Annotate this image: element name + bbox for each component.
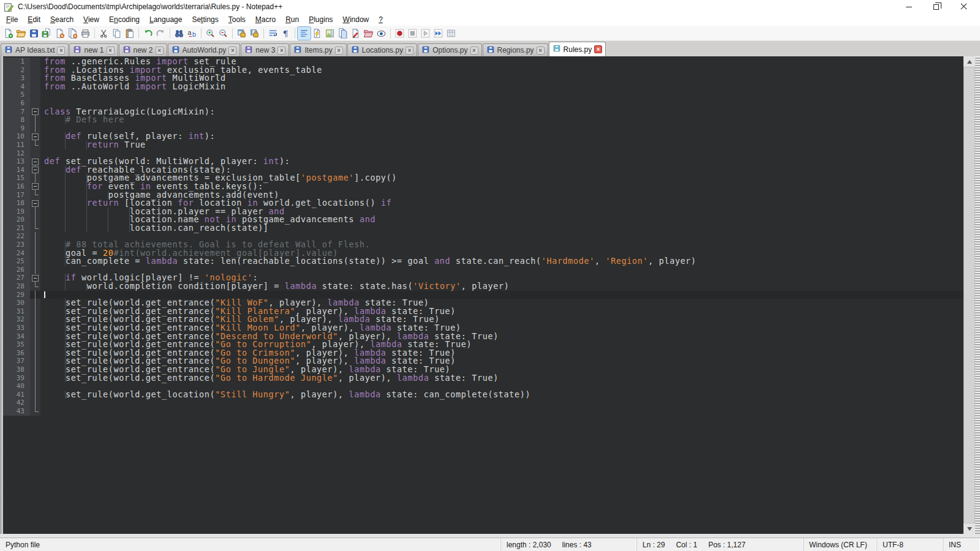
tab-regions-py[interactable]: Regions.py× [483, 43, 548, 56]
code-line-7[interactable]: 7class TerrariaLogic(LogicMixin): [3, 108, 963, 116]
status-insert-mode[interactable]: INS [943, 538, 980, 551]
status-eol-format[interactable]: Windows (CR LF) [804, 538, 877, 551]
code-line-41[interactable]: 41set_rule(world.get_location("Still Hun… [3, 391, 963, 399]
menu-item-tools[interactable]: Tools [224, 13, 251, 26]
zoom-in-icon[interactable] [204, 27, 217, 40]
tab-close-icon[interactable]: × [335, 47, 343, 54]
paste-icon[interactable] [123, 27, 136, 40]
editor[interactable]: 1from ..generic.Rules import set_rule2fr… [0, 56, 980, 538]
tab-new-3[interactable]: new 3× [241, 43, 289, 56]
tab-close-icon[interactable]: × [156, 47, 164, 54]
fold-collapse-icon[interactable] [30, 157, 40, 166]
minimize-button[interactable] [895, 0, 922, 13]
code-line-8[interactable]: 8# Defs here [3, 116, 963, 124]
code-line-21[interactable]: 21location.can_reach(state)] [3, 224, 963, 233]
macro-run-multiple-icon[interactable] [432, 27, 445, 40]
tab-close-icon[interactable]: × [277, 47, 285, 54]
code-line-4[interactable]: 4from ..AutoWorld import LogicMixin [3, 83, 963, 91]
code-line-5[interactable]: 5 [3, 91, 963, 99]
menu-item-run[interactable]: Run [281, 13, 304, 26]
tab-close-icon[interactable]: × [594, 45, 602, 53]
macro-save-icon[interactable] [445, 27, 458, 40]
tab-close-icon[interactable]: × [57, 47, 65, 54]
document-map-icon[interactable] [323, 27, 336, 40]
vertical-scrollbar[interactable] [963, 56, 975, 534]
scrollbar-thumb[interactable] [963, 67, 975, 523]
save-file-icon[interactable] [28, 27, 40, 40]
tab-close-icon[interactable]: × [228, 47, 236, 54]
line-number: 21 [3, 224, 30, 233]
menu-item-?[interactable]: ? [374, 13, 388, 26]
menu-item-view[interactable]: View [78, 13, 104, 26]
tab-ap-ideas-txt[interactable]: AP Ideas.txt× [1, 43, 69, 56]
tab-close-icon[interactable]: × [470, 47, 478, 54]
cut-icon[interactable] [97, 27, 110, 40]
tab-new-1[interactable]: new 1× [69, 43, 118, 56]
code-line-43[interactable]: 43 [3, 407, 963, 416]
menu-item-search[interactable]: Search [45, 13, 78, 26]
code-text [40, 399, 963, 407]
code-line-42[interactable]: 42 [3, 399, 963, 407]
close-button[interactable] [950, 0, 978, 13]
scroll-up-arrow-icon[interactable] [963, 56, 975, 67]
replace-icon[interactable]: ab [186, 27, 198, 40]
code-line-28[interactable]: 28world.completion_condition[player] = l… [3, 282, 963, 291]
file-monitoring-icon[interactable] [375, 27, 388, 40]
fold-collapse-icon[interactable] [30, 274, 40, 282]
menu-item-encoding[interactable]: Encoding [104, 13, 145, 26]
menu-item-language[interactable]: Language [145, 13, 187, 26]
fold-collapse-icon[interactable] [30, 182, 40, 191]
code-line-10[interactable]: 10def rule(self, player: int): [3, 132, 963, 141]
user-defined-language-icon[interactable] [311, 27, 323, 40]
fold-collapse-icon[interactable] [30, 199, 40, 208]
menu-item-plugins[interactable]: Plugins [304, 13, 337, 26]
tab-locations-py[interactable]: Locations.py× [347, 43, 417, 56]
show-all-characters-icon[interactable]: ¶ [279, 27, 292, 40]
fold-collapse-icon[interactable] [30, 108, 40, 116]
save-all-icon[interactable] [40, 27, 53, 40]
copy-icon[interactable] [110, 27, 123, 40]
tab-options-py[interactable]: Options.py× [418, 43, 481, 56]
close-file-icon[interactable] [53, 27, 66, 40]
restore-button[interactable] [922, 0, 950, 13]
code-line-39[interactable]: 39set_rule(world.get_entrance("Go to Har… [3, 374, 963, 383]
tab-autoworld-py[interactable]: AutoWorld.py× [168, 43, 241, 56]
print-icon[interactable] [79, 27, 92, 40]
line-number: 13 [3, 157, 30, 166]
tab-close-icon[interactable]: × [107, 47, 115, 54]
code-line-25[interactable]: 25can_complete = lambda state: len(reach… [3, 257, 963, 266]
menu-item-edit[interactable]: Edit [23, 13, 45, 26]
code-line-11[interactable]: 11return True [3, 141, 963, 149]
menu-item-file[interactable]: File [1, 13, 23, 26]
find-icon[interactable] [173, 27, 186, 40]
macro-stop-icon[interactable] [406, 27, 419, 40]
folder-as-workspace-icon[interactable] [362, 27, 375, 40]
tab-close-icon[interactable]: × [537, 47, 545, 54]
word-wrap-icon[interactable] [266, 27, 279, 40]
sync-horizontal-scrolling-icon[interactable] [248, 27, 261, 40]
new-file-icon[interactable] [2, 27, 15, 40]
fold-collapse-icon[interactable] [30, 132, 40, 141]
tab-close-icon[interactable]: × [405, 47, 413, 54]
tab-items-py[interactable]: Items.py× [290, 43, 346, 56]
menu-item-macro[interactable]: Macro [251, 13, 281, 26]
macro-playback-icon[interactable] [419, 27, 432, 40]
undo-icon[interactable] [141, 27, 154, 40]
show-indent-guide-icon[interactable] [298, 27, 311, 40]
fold-collapse-icon[interactable] [30, 166, 40, 174]
code-area[interactable]: 1from ..generic.Rules import set_rule2fr… [3, 56, 963, 534]
tab-rules-py[interactable]: Rules.py× [549, 42, 606, 56]
function-list-icon[interactable] [349, 27, 362, 40]
scroll-down-arrow-icon[interactable] [963, 523, 975, 534]
document-list-icon[interactable] [336, 27, 349, 40]
menu-item-window[interactable]: Window [338, 13, 374, 26]
redo-icon[interactable] [154, 27, 167, 40]
sync-vertical-scrolling-icon[interactable] [235, 27, 248, 40]
zoom-out-icon[interactable] [217, 27, 230, 40]
tab-new-2[interactable]: new 2× [119, 43, 167, 56]
menu-item-settings[interactable]: Settings [187, 13, 223, 26]
close-all-icon[interactable] [66, 27, 79, 40]
macro-record-icon[interactable] [393, 27, 406, 40]
open-file-icon[interactable] [15, 27, 28, 40]
status-encoding[interactable]: UTF-8 [877, 538, 943, 551]
